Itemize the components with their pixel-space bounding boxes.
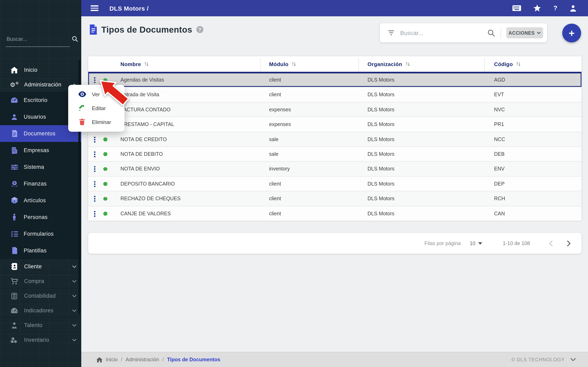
sidebar-item-sistema[interactable]: Sistema: [0, 159, 81, 175]
cell-organizacion: DLS Motors: [367, 102, 394, 117]
actions-button[interactable]: ACCIONES: [506, 27, 543, 38]
page-head: Tipos de Documentos ?: [89, 25, 203, 35]
sidebar-item-plantillas[interactable]: Plantillas: [0, 242, 81, 259]
table-header: Nombre Módulo Organización Código: [88, 56, 581, 73]
sidebar: Inicio ⚙⚙ Administración Escritorio: [0, 0, 81, 367]
column-divider: [484, 58, 485, 72]
cell-organizacion: DLS Motors: [367, 87, 394, 102]
chevron-down-icon: [72, 339, 76, 341]
sidebar-search-input[interactable]: [6, 35, 69, 42]
keyboard-icon[interactable]: [512, 5, 521, 11]
sidebar-item-indicadores[interactable]: Indicadores: [0, 303, 81, 318]
column-header-codigo[interactable]: Código: [494, 56, 521, 72]
cell-codigo: NVC: [494, 102, 505, 117]
main-content: Tipos de Documentos ? ACCIONES + Nombre: [81, 16, 588, 352]
cell-codigo: DEP: [494, 176, 504, 191]
sidebar-item-finanzas[interactable]: $ Finanzas: [0, 175, 81, 192]
chevron-down-icon: [72, 265, 76, 268]
footer: Inicio / Administración / Tipos de Docum…: [81, 352, 588, 367]
breadcrumb: Inicio / Administración / Tipos de Docum…: [96, 357, 220, 363]
topbar-title: DLS Motors /: [109, 5, 149, 12]
cell-organizacion: DLS Motors: [367, 147, 394, 162]
topbar: DLS Motors / ?: [81, 0, 588, 16]
table-row[interactable]: Agendas de Visitas client DLS Motors AGD: [88, 73, 581, 87]
table-search-input[interactable]: [399, 29, 475, 36]
copyright: © DLS TECHNOLOGY: [511, 357, 565, 363]
sidebar-item-cliente[interactable]: Cliente: [0, 259, 81, 274]
kebab-menu-icon[interactable]: [94, 196, 95, 202]
cell-nombre: CANJE DE VALORES: [121, 206, 171, 221]
chevron-down-icon: [72, 309, 76, 312]
cell-codigo: CAN: [494, 206, 505, 221]
checklist-icon: [10, 231, 19, 237]
filter-icon[interactable]: [388, 30, 394, 35]
hamburger-menu-icon[interactable]: [91, 4, 98, 12]
cell-modulo: client: [269, 191, 281, 206]
table-row[interactable]: PRESTAMO - CAPITAL expenses DLS Motors P…: [88, 117, 581, 132]
sidebar-search[interactable]: [6, 35, 78, 42]
star-icon[interactable]: [533, 4, 541, 12]
divider: [501, 27, 501, 38]
column-divider: [359, 58, 359, 72]
gauge-icon: [10, 308, 19, 314]
search-icon[interactable]: [488, 29, 495, 36]
sidebar-item-talento[interactable]: Talento: [0, 318, 81, 332]
kebab-menu-icon[interactable]: [94, 181, 95, 187]
sidebar-item-contabilidad[interactable]: Contabilidad: [0, 288, 81, 303]
rows-per-page-select[interactable]: 10: [470, 240, 483, 246]
cell-nombre: NOTA DE CREDITO: [121, 132, 167, 147]
home-icon[interactable]: [96, 357, 103, 362]
breadcrumb-current: Tipos de Documentos: [167, 357, 220, 363]
page-range: 1-10 de 108: [503, 240, 530, 246]
cell-modulo: client: [269, 176, 281, 191]
page-help-icon[interactable]: ?: [196, 26, 203, 33]
breadcrumb-administracion[interactable]: Administración: [126, 357, 159, 363]
document-icon: [10, 130, 19, 137]
context-menu-ver[interactable]: Ver: [68, 87, 125, 101]
table-row[interactable]: NOTA DE ENVIO inventory DLS Motors ENV: [88, 162, 581, 176]
next-page-button[interactable]: [567, 240, 571, 246]
kebab-menu-icon[interactable]: [94, 166, 95, 172]
context-menu-editar[interactable]: Editar: [68, 101, 125, 115]
table-row[interactable]: NOTA DE CREDITO sale DLS Motors NCC: [88, 132, 581, 147]
cell-modulo: sale: [269, 132, 278, 147]
kebab-menu-icon[interactable]: [94, 77, 95, 83]
table-row[interactable]: Entrada de Visita client DLS Motors EVT: [88, 87, 581, 102]
table-row[interactable]: NOTA DE DEBITO sale DLS Motors DEB: [88, 147, 581, 162]
column-header-nombre[interactable]: Nombre: [121, 56, 149, 72]
add-button[interactable]: +: [562, 24, 581, 42]
sidebar-item-formularios[interactable]: Formularios: [0, 225, 81, 242]
sidebar-item-empresas[interactable]: Empresas: [0, 142, 81, 159]
table-row[interactable]: RECHAZO DE CHEQUES client DLS Motors RCH: [88, 191, 581, 206]
kebab-menu-icon[interactable]: [94, 211, 95, 217]
table-row[interactable]: DEPOSITO BANCARIO client DLS Motors DEP: [88, 176, 581, 191]
user-icon[interactable]: [570, 5, 577, 12]
cell-organizacion: DLS Motors: [367, 191, 394, 206]
table-search-card: ACCIONES: [380, 23, 547, 42]
sidebar-item-inventario[interactable]: Inventario: [0, 332, 81, 347]
pagination: Filas por página 10 1-10 de 108: [88, 233, 581, 254]
sidebar-item-inicio[interactable]: Inicio: [0, 63, 81, 77]
search-icon[interactable]: [72, 36, 78, 42]
status-dot: [103, 78, 107, 82]
table-row[interactable]: CANJE DE VALORES client DLS Motors CAN: [88, 206, 581, 221]
cell-nombre: Agendas de Visitas: [121, 73, 164, 87]
money-icon: $: [10, 180, 19, 187]
boxes-icon: [10, 337, 19, 343]
column-header-modulo[interactable]: Módulo: [269, 56, 296, 72]
status-dot: [103, 167, 107, 171]
table-row[interactable]: FACTURA CONTADO expenses DLS Motors NVC: [88, 102, 581, 117]
breadcrumb-inicio[interactable]: Inicio: [106, 357, 118, 363]
context-menu-eliminar[interactable]: Eliminar: [68, 115, 125, 129]
help-icon[interactable]: ?: [553, 4, 557, 12]
status-dot: [103, 212, 107, 216]
kebab-menu-icon[interactable]: [94, 136, 95, 142]
previous-page-button[interactable]: [549, 240, 553, 246]
kebab-menu-icon[interactable]: [94, 151, 95, 157]
sidebar-item-compra[interactable]: Compra: [0, 274, 81, 288]
sidebar-item-personas[interactable]: Personas: [0, 209, 81, 225]
contact-book-icon: [10, 263, 19, 270]
column-header-organizacion[interactable]: Organización: [367, 56, 410, 72]
footer-chevron-down-icon[interactable]: [571, 358, 576, 361]
sidebar-item-articulos[interactable]: Artículos: [0, 192, 81, 209]
